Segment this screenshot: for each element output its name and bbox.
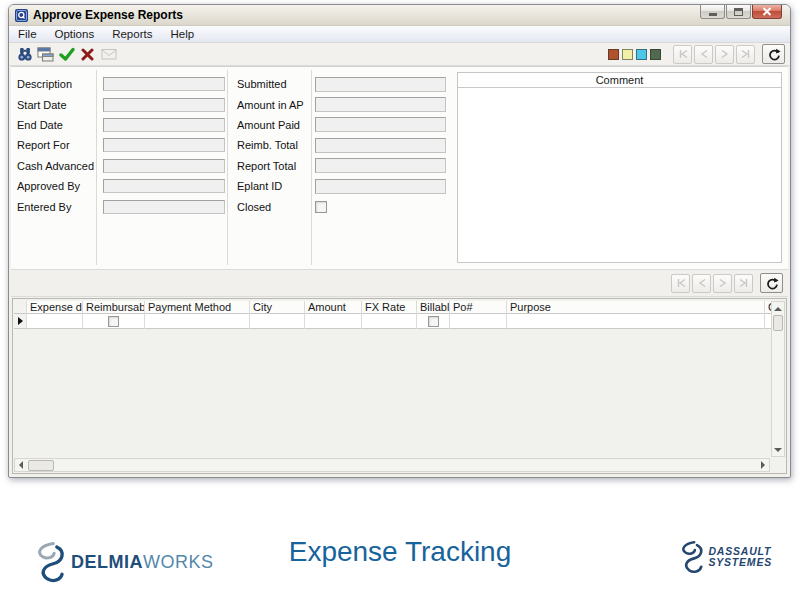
- last-record-button[interactable]: [734, 274, 753, 293]
- next-record-icon: [717, 277, 729, 289]
- page: Approve Expense Reports File Options Rep…: [0, 0, 800, 600]
- cell-amount[interactable]: [305, 314, 361, 329]
- amount-in-ap-label: Amount in AP: [237, 99, 315, 111]
- find-icon: [17, 47, 33, 62]
- report-total-field[interactable]: [315, 158, 446, 173]
- closed-checkbox[interactable]: [315, 201, 327, 213]
- submitted-label: Submitted: [237, 78, 315, 90]
- horizontal-scrollbar[interactable]: [14, 458, 770, 472]
- minimize-icon: [709, 13, 717, 16]
- vertical-scroll-thumb[interactable]: [773, 315, 783, 331]
- menu-file[interactable]: File: [9, 27, 46, 41]
- cash-advanced-field[interactable]: [103, 159, 225, 173]
- window-controls: [699, 5, 782, 19]
- refresh-button[interactable]: [762, 44, 785, 64]
- start-date-field[interactable]: [103, 98, 225, 112]
- menu-reports[interactable]: Reports: [103, 27, 161, 41]
- vertical-scrollbar[interactable]: [771, 301, 785, 457]
- col-header-purpose[interactable]: Purpose: [507, 301, 764, 314]
- form-area: Description Start Date End Date Report F…: [11, 66, 788, 269]
- entered-by-field[interactable]: [103, 200, 225, 214]
- record-navigator-detail: [669, 273, 783, 293]
- color-swatch-1[interactable]: [608, 49, 619, 60]
- col-header-city[interactable]: City: [250, 301, 304, 314]
- approved-by-field[interactable]: [103, 179, 225, 193]
- minimize-button[interactable]: [700, 5, 725, 19]
- refresh-icon: [767, 48, 781, 61]
- expense-grid: Expense date Reimbursable Payment Method…: [12, 298, 787, 474]
- report-preview-icon: [37, 47, 54, 62]
- report-total-label: Report Total: [237, 160, 315, 172]
- record-navigator-top: [671, 44, 785, 64]
- col-header-fx-rate[interactable]: FX Rate: [362, 301, 416, 314]
- col-header-billable[interactable]: Billable: [417, 301, 449, 314]
- comment-panel: Comment: [457, 72, 782, 263]
- cell-fx-rate[interactable]: [362, 314, 416, 329]
- menu-options[interactable]: Options: [46, 27, 104, 41]
- reimb-total-field[interactable]: [315, 138, 446, 153]
- cell-city[interactable]: [250, 314, 304, 329]
- current-row-icon: [18, 317, 23, 325]
- scroll-left-icon: [19, 461, 23, 469]
- next-record-button[interactable]: [715, 45, 734, 64]
- submitted-field[interactable]: [315, 77, 446, 92]
- cash-advanced-label: Cash Advanced: [17, 160, 103, 172]
- prior-record-button[interactable]: [694, 45, 713, 64]
- col-header-amount[interactable]: Amount: [305, 301, 361, 314]
- next-record-button[interactable]: [713, 274, 732, 293]
- eplant-id-field[interactable]: [315, 179, 446, 194]
- dassault-wordmark: DASSAULT SYSTEMES: [708, 546, 772, 568]
- divider: [227, 70, 228, 265]
- scroll-up-icon: [774, 307, 782, 311]
- report-for-field[interactable]: [103, 138, 225, 152]
- color-swatch-2[interactable]: [622, 49, 633, 60]
- first-record-button[interactable]: [673, 45, 692, 64]
- approve-check-icon: [59, 47, 75, 61]
- menu-bar: File Options Reports Help: [9, 26, 790, 43]
- row-selector-cell[interactable]: [14, 314, 26, 329]
- cell-expense-date[interactable]: [27, 314, 82, 329]
- approve-button[interactable]: [56, 45, 77, 64]
- col-header-payment-method[interactable]: Payment Method: [145, 301, 249, 314]
- color-swatch-4[interactable]: [650, 49, 661, 60]
- horizontal-scroll-thumb[interactable]: [28, 460, 54, 471]
- col-header-expense-date[interactable]: Expense date: [27, 301, 82, 314]
- cell-billable[interactable]: [417, 314, 449, 329]
- close-button[interactable]: [752, 5, 782, 19]
- first-record-button[interactable]: [671, 274, 690, 293]
- find-button[interactable]: [14, 45, 35, 64]
- grid-col-payment-method: Payment Method: [145, 301, 250, 329]
- first-record-icon: [677, 48, 689, 60]
- cell-payment-method[interactable]: [145, 314, 249, 329]
- scroll-up-button[interactable]: [772, 302, 784, 315]
- billable-checkbox[interactable]: [428, 316, 439, 327]
- report-button[interactable]: [35, 45, 56, 64]
- scroll-right-button[interactable]: [757, 459, 769, 471]
- scroll-left-button[interactable]: [15, 459, 27, 471]
- scroll-down-button[interactable]: [772, 443, 784, 456]
- end-date-field[interactable]: [103, 118, 225, 132]
- cell-reimbursable[interactable]: [83, 314, 144, 329]
- amount-paid-field[interactable]: [315, 117, 446, 132]
- menu-help[interactable]: Help: [161, 27, 203, 41]
- prior-record-button[interactable]: [692, 274, 711, 293]
- reimbursable-checkbox[interactable]: [108, 316, 119, 327]
- col-header-reimbursable[interactable]: Reimbursable: [83, 301, 144, 314]
- comment-textarea[interactable]: [458, 89, 781, 262]
- cell-purpose[interactable]: [507, 314, 764, 329]
- maximize-button[interactable]: [726, 5, 751, 19]
- description-field[interactable]: [103, 77, 225, 91]
- color-swatch-3[interactable]: [636, 49, 647, 60]
- refresh-button[interactable]: [760, 273, 783, 293]
- email-icon: [101, 48, 117, 60]
- email-button[interactable]: [98, 45, 119, 64]
- reject-button[interactable]: [77, 45, 98, 64]
- amount-in-ap-field[interactable]: [315, 97, 446, 112]
- grid-col-po: Po#: [450, 301, 507, 329]
- col-header-po[interactable]: Po#: [450, 301, 506, 314]
- eplant-id-label: Eplant ID: [237, 180, 315, 192]
- last-record-button[interactable]: [736, 45, 755, 64]
- cell-po[interactable]: [450, 314, 506, 329]
- grid-col-reimbursable: Reimbursable: [83, 301, 145, 329]
- title-bar[interactable]: Approve Expense Reports: [9, 5, 790, 26]
